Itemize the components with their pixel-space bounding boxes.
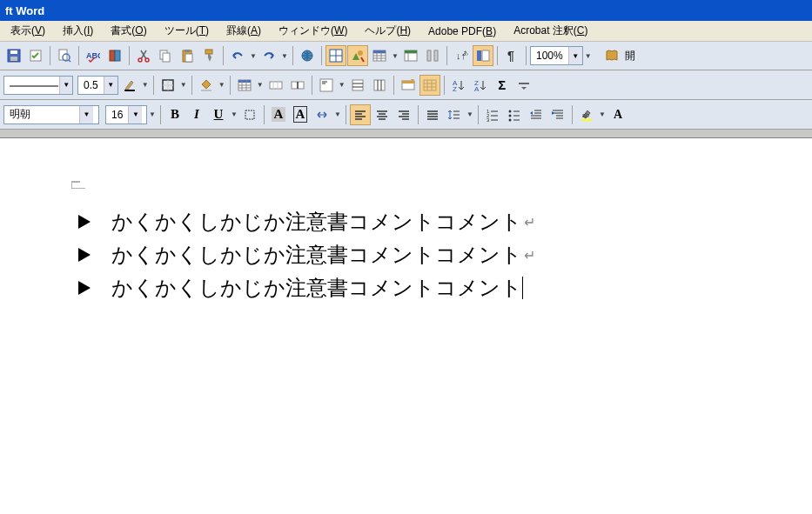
shading-color-button[interactable] bbox=[196, 75, 217, 96]
show-hide-button[interactable]: ¶ bbox=[501, 45, 522, 66]
menu-insert[interactable]: 挿入(I) bbox=[54, 21, 102, 41]
split-cells-button[interactable] bbox=[287, 75, 308, 96]
drawing-button[interactable] bbox=[347, 45, 368, 66]
font-combo[interactable]: 明朝 ▼ bbox=[3, 105, 99, 124]
undo-button[interactable] bbox=[227, 45, 248, 66]
distribute-rows-button[interactable] bbox=[347, 75, 368, 96]
table-autoformat-button[interactable] bbox=[398, 75, 419, 96]
doc-line-1[interactable]: かくかくしかじか注意書コメントコメント ↵ bbox=[78, 208, 812, 236]
highlight-button[interactable]: ab bbox=[576, 104, 597, 125]
shading-dropdown[interactable]: ▼ bbox=[218, 75, 226, 96]
border-dropdown[interactable]: ▼ bbox=[179, 75, 188, 96]
numbering-button[interactable]: 123 bbox=[482, 104, 503, 125]
separator bbox=[78, 46, 79, 65]
separator bbox=[346, 105, 346, 124]
menu-acrobat[interactable]: Acrobat 注釈(C) bbox=[505, 21, 596, 41]
show-gridlines-button[interactable] bbox=[419, 75, 440, 96]
redo-button[interactable] bbox=[258, 45, 279, 66]
doc-line-3[interactable]: かくかくしかじか注意書コメントコメント bbox=[78, 274, 812, 302]
line-weight-combo[interactable]: 0.5 ▼ bbox=[77, 76, 118, 95]
autosum-button[interactable]: Σ bbox=[492, 75, 513, 96]
menu-view[interactable]: 表示(V) bbox=[2, 21, 54, 41]
zoom-dropdown-icon[interactable]: ▼ bbox=[568, 47, 582, 64]
document-map-button[interactable] bbox=[473, 45, 493, 66]
menu-adobe-pdf[interactable]: Adobe PDF(B) bbox=[419, 23, 505, 40]
insert-table-button[interactable] bbox=[369, 45, 390, 66]
character-shading-button[interactable]: A bbox=[268, 104, 289, 125]
sort-desc-button[interactable]: ZA bbox=[470, 75, 491, 96]
insert-table-dropdown[interactable]: ▼ bbox=[391, 45, 399, 66]
cell-align-dropdown[interactable]: ▼ bbox=[338, 75, 346, 96]
line-style-dropdown-icon[interactable]: ▼ bbox=[59, 77, 72, 94]
border-toggle-button[interactable] bbox=[239, 104, 260, 125]
separator bbox=[321, 46, 322, 65]
italic-button[interactable]: I bbox=[186, 104, 207, 125]
align-right-button[interactable] bbox=[393, 104, 414, 125]
highlight-dropdown[interactable]: ▼ bbox=[598, 104, 607, 125]
toolbar-options[interactable]: ▼ bbox=[584, 45, 593, 66]
font-dropdown-icon[interactable]: ▼ bbox=[79, 106, 93, 123]
copy-button[interactable] bbox=[155, 45, 176, 66]
line-spacing-dropdown[interactable]: ▼ bbox=[466, 104, 474, 125]
menu-help[interactable]: ヘルプ(H) bbox=[356, 21, 419, 41]
line-style-combo[interactable]: ▼ bbox=[3, 76, 73, 95]
decrease-indent-button[interactable] bbox=[526, 104, 547, 125]
zoom-combo[interactable]: 100% ▼ bbox=[530, 46, 583, 65]
underline-button[interactable]: U bbox=[208, 104, 229, 125]
menu-window[interactable]: ウィンドウ(W) bbox=[270, 21, 356, 41]
paragraph-mark-icon: ↵ bbox=[524, 214, 535, 230]
cut-button[interactable] bbox=[133, 45, 154, 66]
redo-dropdown[interactable]: ▼ bbox=[280, 45, 289, 66]
justify-button[interactable] bbox=[422, 104, 443, 125]
format-painter-button[interactable] bbox=[198, 45, 219, 66]
text-direction-button[interactable]: ↓↑あ bbox=[451, 45, 472, 66]
bullets-button[interactable] bbox=[504, 104, 525, 125]
toolbar-document-divider bbox=[0, 130, 812, 138]
svg-rect-1 bbox=[10, 50, 17, 54]
align-center-button[interactable] bbox=[372, 104, 393, 125]
align-top-left-button[interactable] bbox=[316, 75, 337, 96]
doc-line-2[interactable]: かくかくしかじか注意書コメントコメント ↵ bbox=[78, 241, 812, 269]
font-size-dropdown-icon[interactable]: ▼ bbox=[128, 106, 142, 123]
menu-table[interactable]: 罫線(A) bbox=[218, 21, 270, 41]
border-color-button[interactable] bbox=[119, 75, 140, 96]
menu-tools[interactable]: ツール(T) bbox=[156, 21, 218, 41]
print-preview-button[interactable] bbox=[54, 45, 75, 66]
outside-border-button[interactable] bbox=[158, 75, 178, 96]
distribute-columns-button[interactable] bbox=[369, 75, 390, 96]
bold-button[interactable]: B bbox=[164, 104, 185, 125]
document-area[interactable]: かくかくしかじか注意書コメントコメント ↵ かくかくしかじか注意書コメントコメン… bbox=[0, 138, 812, 302]
paste-button[interactable] bbox=[177, 45, 198, 66]
spacing-dropdown[interactable]: ▼ bbox=[333, 104, 342, 125]
merge-cells-button[interactable] bbox=[265, 75, 286, 96]
underline-dropdown[interactable]: ▼ bbox=[230, 104, 238, 125]
paragraph-mark-icon: ↵ bbox=[524, 247, 535, 264]
font-size-combo[interactable]: 16 ▼ bbox=[105, 105, 147, 124]
menu-format[interactable]: 書式(O) bbox=[102, 21, 155, 41]
svg-rect-2 bbox=[10, 57, 17, 61]
book-icon[interactable] bbox=[601, 45, 622, 66]
insert-table-button-2[interactable] bbox=[234, 75, 255, 96]
toolbar2-options[interactable] bbox=[513, 75, 534, 96]
font-size-options[interactable]: ▼ bbox=[148, 104, 157, 125]
sort-asc-button[interactable]: AZ bbox=[448, 75, 469, 96]
insert-table-dropdown-2[interactable]: ▼ bbox=[256, 75, 265, 96]
columns-button[interactable] bbox=[422, 45, 443, 66]
spellcheck-button[interactable]: ABC bbox=[83, 45, 104, 66]
permission-button[interactable] bbox=[25, 45, 46, 66]
undo-dropdown[interactable]: ▼ bbox=[249, 45, 258, 66]
border-color-dropdown[interactable]: ▼ bbox=[141, 75, 150, 96]
research-button[interactable] bbox=[104, 45, 125, 66]
svg-point-108 bbox=[509, 118, 512, 121]
insert-excel-button[interactable] bbox=[400, 45, 421, 66]
character-border-button[interactable]: A bbox=[290, 104, 311, 125]
font-color-button[interactable]: A bbox=[607, 104, 628, 125]
line-spacing-button[interactable] bbox=[444, 104, 465, 125]
line-weight-dropdown-icon[interactable]: ▼ bbox=[104, 77, 117, 94]
distribute-spacing-button[interactable] bbox=[312, 104, 332, 125]
increase-indent-button[interactable] bbox=[547, 104, 568, 125]
align-left-button[interactable] bbox=[350, 104, 371, 125]
tables-borders-button[interactable] bbox=[325, 45, 346, 66]
save-button[interactable] bbox=[3, 45, 24, 66]
hyperlink-button[interactable] bbox=[297, 45, 318, 66]
